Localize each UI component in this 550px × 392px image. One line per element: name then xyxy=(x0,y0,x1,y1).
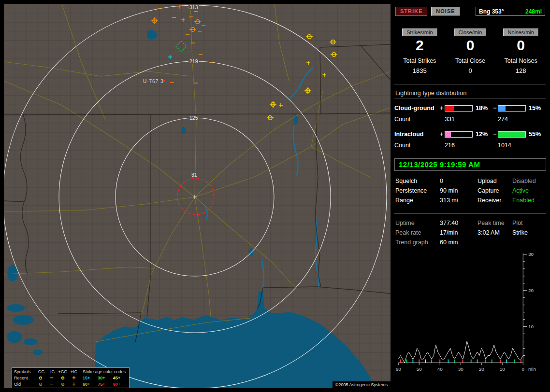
map-legend: Symbols -CG -IC +CG +IC Recent ⊖ − ⊕ + O… xyxy=(12,367,130,388)
legend-age: 75+ xyxy=(98,382,113,387)
plot-value: Strike xyxy=(512,229,545,236)
cg-negative-bar xyxy=(498,105,526,112)
svg-text:10: 10 xyxy=(528,324,534,329)
cg-negative-pct: 15% xyxy=(526,105,545,112)
peak-time-label: Peak time xyxy=(478,220,512,226)
legend-row-label: Recent xyxy=(13,376,34,380)
plot-label: Plot xyxy=(512,220,545,226)
cg-negative-count: 274 xyxy=(498,116,546,123)
ic-positive-icon: + xyxy=(69,375,79,380)
range-ring-label: 31 xyxy=(190,172,198,178)
ic-negative-count: 1014 xyxy=(498,142,546,149)
peak-rate-label: Peak rate xyxy=(395,229,440,236)
distribution-title: Lightning type distribution xyxy=(394,89,546,98)
distribution-row: Cloud-ground + 18% − 15% xyxy=(394,102,546,114)
legend-symbols-title: Symbols xyxy=(13,369,34,374)
legend-age: 30+ xyxy=(98,376,113,380)
trend-graph-label: Trend graph xyxy=(395,239,440,246)
settings-grid: Squelch 0 Upload Disabled Persistence 90… xyxy=(394,178,546,204)
noise-button[interactable]: NOISE xyxy=(431,7,460,16)
upload-value: Disabled xyxy=(512,178,545,184)
ic-negative-bar xyxy=(498,131,526,138)
ic-negative-pct: 55% xyxy=(526,131,545,138)
cg-positive-pct: 18% xyxy=(473,105,492,112)
divider xyxy=(394,84,546,84)
total-close-value: 0 xyxy=(445,67,496,74)
datetime-display: 12/13/2025 9:19:59 AM xyxy=(394,158,546,171)
noises-per-min-chip[interactable]: Noises/min xyxy=(503,28,538,36)
stat-column: Close/min 0 Total Close 0 xyxy=(445,28,496,74)
total-noises-label: Total Noises xyxy=(495,57,546,64)
noises-per-min-value: 0 xyxy=(495,37,546,54)
session-grid: Uptime 377:40 Peak time Plot Peak rate 1… xyxy=(394,220,546,246)
close-per-min-value: 0 xyxy=(445,37,496,54)
cg-positive-icon: ⊕ xyxy=(57,375,69,380)
persistence-label: Persistence xyxy=(395,187,440,194)
rate-stats: Strikes/min 2 Total Strikes 1835 Close/m… xyxy=(394,28,546,74)
svg-text:0: 0 xyxy=(522,366,525,372)
cg-positive-count: 331 xyxy=(445,116,498,123)
capture-value: Active xyxy=(512,187,545,194)
plus-sign: + xyxy=(439,105,445,112)
total-close-label: Total Close xyxy=(445,57,496,64)
legend-col-header: -CG xyxy=(34,369,47,374)
bearing-range: 248mi xyxy=(525,8,542,15)
uptime-label: Uptime xyxy=(395,220,440,226)
close-per-min-chip[interactable]: Close/min xyxy=(454,28,487,36)
stat-column: Strikes/min 2 Total Strikes 1835 xyxy=(394,28,445,74)
bearing-display: Bng 353° 248mi xyxy=(476,7,545,16)
svg-text:50: 50 xyxy=(417,366,422,372)
svg-text:60: 60 xyxy=(396,366,401,372)
range-ring-label: 313 xyxy=(188,4,199,10)
strike-button[interactable]: STRIKE xyxy=(395,7,427,16)
count-label: Count xyxy=(394,142,445,149)
trend-graph-canvas: 1020306050403020100min xyxy=(394,252,542,376)
intracloud-label: Intracloud xyxy=(394,131,439,138)
ic-negative-icon: − xyxy=(47,375,57,380)
legend-age-codes: Strike age color codes 15+ 30+ 45+ 60+ 7… xyxy=(80,368,128,387)
svg-text:10: 10 xyxy=(500,366,505,372)
svg-text:20: 20 xyxy=(528,288,534,293)
cloud-ground-label: Cloud-ground xyxy=(394,105,439,112)
ic-negative-icon: − xyxy=(47,381,57,387)
trend-window-value: 60 min xyxy=(440,239,478,246)
toolbar: STRIKE NOISE Bng 353° 248mi xyxy=(395,7,545,16)
bearing-value: Bng 353° xyxy=(479,8,504,15)
legend-col-header: -IC xyxy=(47,369,57,374)
legend-age: 90+ xyxy=(113,382,128,387)
count-label: Count xyxy=(394,116,445,123)
squelch-label: Squelch xyxy=(395,178,440,184)
map[interactable]: 313 219 125 31 U-767 3 Symbols -CG -IC +… xyxy=(4,4,391,388)
receiver-value: Enabled xyxy=(512,197,545,204)
plus-sign: + xyxy=(439,131,445,138)
cg-positive-bar xyxy=(445,105,473,112)
copyright: ©2005 Astrogenic Systems xyxy=(333,381,391,388)
peak-rate-value: 17/min xyxy=(440,229,478,236)
ic-positive-icon: + xyxy=(69,381,79,387)
strikes-per-min-value: 2 xyxy=(394,37,445,54)
svg-text:40: 40 xyxy=(437,366,443,372)
range-label: Range xyxy=(395,197,440,204)
legend-age-title: Strike age color codes xyxy=(83,369,128,374)
legend-col-header: +CG xyxy=(57,369,69,374)
legend-age: 60+ xyxy=(83,382,98,387)
uptime-value: 377:40 xyxy=(440,220,478,226)
legend-age: 15+ xyxy=(83,376,98,380)
persistence-value: 90 min xyxy=(440,187,478,194)
trend-graph: 1020306050403020100min xyxy=(394,252,546,378)
sidebar: STRIKE NOISE Bng 353° 248mi Strikes/min … xyxy=(394,4,546,388)
squelch-value: 0 xyxy=(440,178,478,184)
cg-positive-icon: ⊕ xyxy=(57,381,69,387)
app-window: 313 219 125 31 U-767 3 Symbols -CG -IC +… xyxy=(0,0,550,392)
svg-text:30: 30 xyxy=(458,366,463,372)
strikes-per-min-chip[interactable]: Strikes/min xyxy=(402,28,437,36)
range-ring-label: 219 xyxy=(188,58,199,64)
count-row: Count 331 274 xyxy=(394,114,546,125)
ic-positive-pct: 12% xyxy=(473,131,492,138)
svg-text:30: 30 xyxy=(528,252,534,257)
total-noises-value: 128 xyxy=(495,67,546,74)
capture-label: Capture xyxy=(478,187,512,194)
legend-row-label: Old xyxy=(13,382,34,387)
peak-time-value: 3:02 AM xyxy=(478,229,512,236)
minus-sign: − xyxy=(492,131,498,138)
